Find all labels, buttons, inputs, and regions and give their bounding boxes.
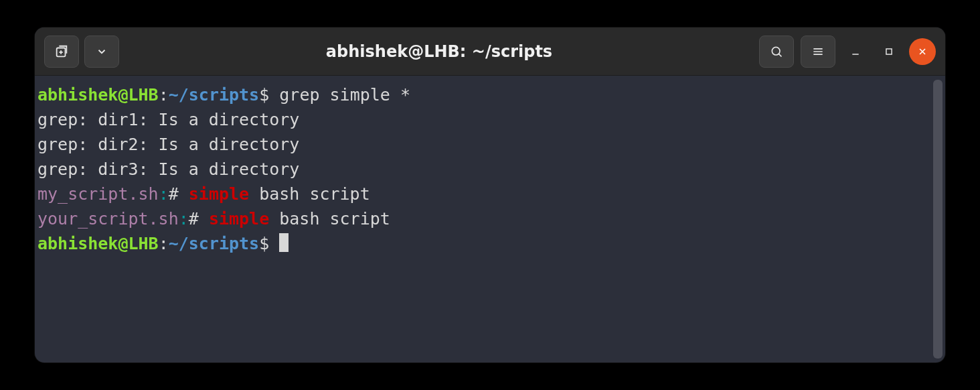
svg-point-1 [772,47,780,55]
window-title: abhishek@LHB: ~/scripts [126,42,752,61]
grep-post: bash script [269,209,390,229]
prompt-colon: : [159,234,169,253]
grep-pre: # [169,184,189,204]
minimize-icon [850,46,861,57]
chevron-down-icon [96,46,108,58]
grep-filename: my_script.sh [37,184,159,204]
output-line: grep: dir3: Is a directory [37,159,299,179]
command-text: grep simple * [269,85,410,105]
terminal-window: abhishek@LHB: ~/scripts [35,27,945,363]
prompt-host: LHB [128,85,158,105]
tab-menu-button[interactable] [84,36,119,68]
maximize-button[interactable] [876,38,902,65]
maximize-icon [884,47,894,56]
scrollbar[interactable] [933,80,943,359]
minimize-button[interactable] [842,38,869,65]
prompt-path: ~/scripts [169,85,259,105]
new-tab-button[interactable] [44,36,79,68]
terminal-content[interactable]: abhishek@LHB:~/scripts$ grep simple * gr… [35,76,933,363]
grep-pre: # [189,209,209,229]
grep-separator: : [179,209,189,229]
hamburger-icon [811,45,825,58]
output-line: grep: dir1: Is a directory [37,110,299,129]
close-button[interactable] [909,38,936,65]
new-tab-icon [54,44,69,59]
search-icon [770,45,783,58]
grep-match: simple [209,209,269,229]
prompt-at: @ [118,85,128,105]
hamburger-menu-button[interactable] [801,36,835,68]
prompt-user: abhishek [37,234,118,253]
grep-match: simple [189,184,249,204]
svg-line-2 [779,54,781,56]
prompt-user: abhishek [37,85,118,105]
close-icon [917,46,928,57]
search-button[interactable] [759,36,794,68]
titlebar-left-group [44,36,119,68]
cursor [279,233,289,252]
grep-post: bash script [249,184,370,204]
grep-separator: : [159,184,169,204]
titlebar-right-group [759,36,936,68]
output-line: grep: dir2: Is a directory [37,135,299,154]
titlebar: abhishek@LHB: ~/scripts [35,27,945,76]
grep-filename: your_script.sh [37,209,179,229]
prompt-symbol: $ [259,85,269,105]
terminal-body-wrap: abhishek@LHB:~/scripts$ grep simple * gr… [35,76,945,363]
prompt-at: @ [118,234,128,253]
prompt-path: ~/scripts [169,234,259,253]
prompt-colon: : [159,85,169,105]
prompt-host: LHB [128,234,158,253]
svg-rect-7 [886,48,892,54]
prompt-symbol: $ [259,234,269,253]
